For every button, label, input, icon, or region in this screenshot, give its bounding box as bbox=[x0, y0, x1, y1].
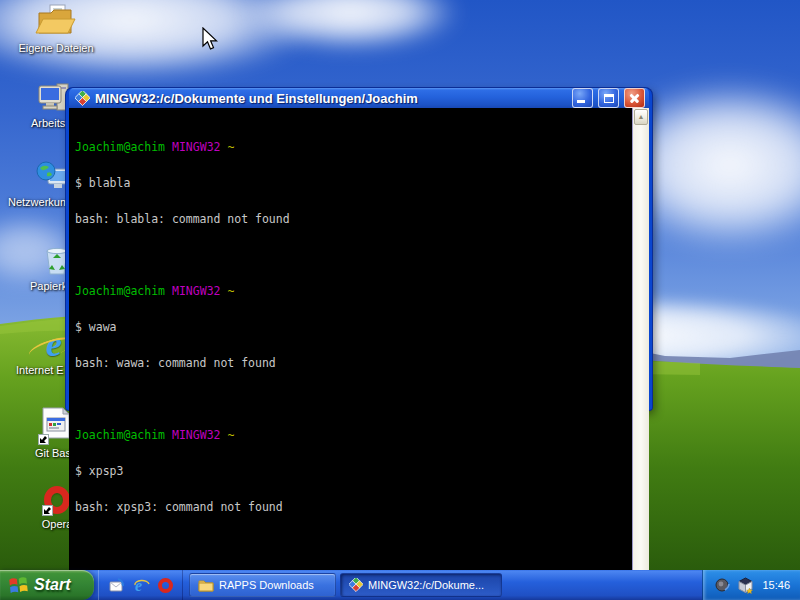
mingw-icon bbox=[349, 578, 363, 592]
volume-icon[interactable] bbox=[715, 577, 731, 593]
command-line: $ wawa bbox=[75, 321, 632, 333]
desktop: Eigene Dateien Arbeitsp Netzwerkum bbox=[0, 0, 800, 600]
opera-icon[interactable] bbox=[158, 578, 173, 593]
my-documents-icon bbox=[35, 3, 77, 39]
scroll-up-button[interactable]: ▲ bbox=[634, 109, 648, 125]
close-button[interactable] bbox=[624, 88, 645, 108]
command-line: $ xpsp3 bbox=[75, 465, 632, 477]
scrollbar[interactable]: ▲ ▼ bbox=[632, 108, 649, 600]
prompt-line: Joachim@achimMINGW32~ bbox=[75, 141, 632, 153]
taskbar-button-label: RAPPS Downloads bbox=[219, 579, 314, 591]
mingw-terminal-window: MINGW32:/c/Dokumente und Einstellungen/J… bbox=[66, 88, 652, 410]
window-title: MINGW32:/c/Dokumente und Einstellungen/J… bbox=[95, 91, 567, 106]
command-line: $ blabla bbox=[75, 177, 632, 189]
start-label: Start bbox=[34, 576, 70, 594]
taskbar-button-mingw[interactable]: MINGW32:/c/Dokume... bbox=[340, 573, 502, 597]
shortcut-arrow-icon bbox=[38, 434, 49, 445]
mingw-window-icon bbox=[75, 91, 90, 106]
quick-launch: e bbox=[98, 570, 183, 600]
titlebar[interactable]: MINGW32:/c/Dokumente und Einstellungen/J… bbox=[69, 88, 649, 108]
taskbar-buttons: RAPPS Downloads MINGW32:/c/Dokume... bbox=[183, 573, 702, 597]
folder-icon bbox=[198, 578, 214, 592]
windows-flag-icon bbox=[8, 575, 29, 596]
taskbar: Start e RAPPS Downloads bbox=[0, 570, 800, 600]
minimize-icon bbox=[577, 100, 585, 103]
desktop-icon-label: Eigene Dateien bbox=[10, 42, 102, 54]
system-tray: 15:46 bbox=[702, 570, 800, 600]
taskbar-button-label: MINGW32:/c/Dokume... bbox=[368, 579, 484, 591]
desktop-icon-eigene-dateien[interactable]: Eigene Dateien bbox=[10, 3, 102, 54]
output-line: bash: blabla: command not found bbox=[75, 213, 632, 225]
taskbar-button-rapps[interactable]: RAPPS Downloads bbox=[189, 573, 336, 597]
start-button[interactable]: Start bbox=[0, 570, 94, 600]
prompt-line: Joachim@achimMINGW32~ bbox=[75, 285, 632, 297]
terminal-output[interactable]: Joachim@achimMINGW32~ $ blabla bash: bla… bbox=[69, 108, 632, 600]
internet-explorer-icon[interactable]: e bbox=[133, 577, 150, 594]
output-line: bash: wawa: command not found bbox=[75, 357, 632, 369]
maximize-button[interactable] bbox=[598, 88, 619, 108]
output-line: bash: xpsp3: command not found bbox=[75, 501, 632, 513]
minimize-button[interactable] bbox=[572, 88, 593, 108]
package-icon[interactable] bbox=[737, 577, 754, 594]
outlook-express-icon[interactable] bbox=[108, 577, 125, 594]
prompt-line: Joachim@achimMINGW32~ bbox=[75, 429, 632, 441]
shortcut-arrow-icon bbox=[42, 505, 53, 516]
clock: 15:46 bbox=[760, 579, 790, 591]
svg-text:e: e bbox=[135, 577, 142, 594]
maximize-icon bbox=[604, 94, 614, 103]
